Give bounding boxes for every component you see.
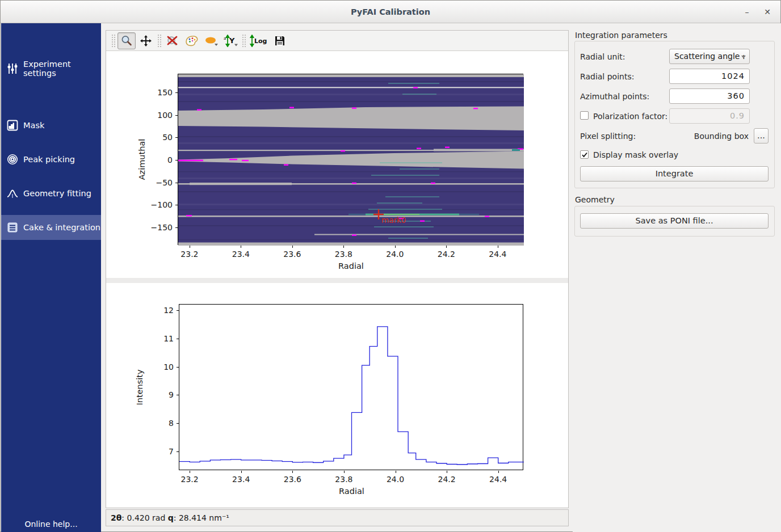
x-tickmark <box>190 246 190 248</box>
x-tick-label: 23.8 <box>335 250 352 259</box>
x-tickmark <box>396 471 396 473</box>
x-tick-label: 24.2 <box>438 475 456 484</box>
radial-unit-select[interactable]: Scattering angle : <box>669 49 750 64</box>
intensity-curve <box>179 327 524 465</box>
cake-heatmap-image: mark0 <box>178 74 524 246</box>
zoom-mode-button[interactable] <box>117 32 136 49</box>
plot-splitter[interactable] <box>106 278 568 283</box>
reset-zoom-button[interactable] <box>163 32 182 49</box>
toolbar-handle <box>111 34 115 48</box>
mask-ellipse-icon <box>204 35 219 47</box>
x-tickmark <box>447 471 447 473</box>
y-tickmark <box>175 137 178 138</box>
y-axis-icon: a Y <box>223 35 238 47</box>
polarization-checkbox[interactable] <box>580 111 589 120</box>
display-mask-checkbox[interactable] <box>580 150 589 159</box>
x-tick-label: 24.4 <box>489 250 506 259</box>
minimize-button[interactable]: – <box>738 4 755 20</box>
zoom-reset-icon <box>166 35 179 47</box>
y-tick-label: −150 <box>141 223 173 232</box>
y-tickmark <box>175 205 178 205</box>
y-tick-label: 9 <box>142 390 174 399</box>
y-tickmark <box>177 423 179 424</box>
x-axis-title: Radial <box>338 261 364 271</box>
sidebar: Experiment settings Mask Peak picking Ge… <box>1 23 101 532</box>
radial-points-input[interactable]: 1024 <box>669 69 750 84</box>
integrate-button[interactable]: Integrate <box>580 166 769 181</box>
pixel-splitting-more-button[interactable]: ... <box>754 128 769 143</box>
x-tick-label: 23.2 <box>180 250 198 259</box>
chevron-down-icon <box>741 56 746 58</box>
x-tick-label: 23.8 <box>335 475 352 484</box>
palette-icon <box>184 35 199 47</box>
q-value: : 28.414 nm⁻¹ <box>174 513 229 522</box>
x-tick-label: 24.2 <box>438 250 455 259</box>
y-axis-autoscale-button[interactable]: a Y <box>221 32 240 49</box>
y-tick-label: −100 <box>141 200 173 209</box>
x-tick-label: 24.0 <box>387 475 404 484</box>
toolbar-handle <box>157 34 161 48</box>
colormap-button[interactable] <box>183 32 201 49</box>
y-tickmark <box>175 115 178 116</box>
peak-curve-icon <box>6 187 19 200</box>
sidebar-item-label: Geometry fitting <box>23 189 91 198</box>
x-tick-label: 24.4 <box>489 475 507 484</box>
x-tickmark <box>498 471 499 473</box>
geometry-title: Geometry <box>575 195 615 204</box>
y-tickmark <box>177 395 179 395</box>
sidebar-item-peak-picking[interactable]: Peak picking <box>1 147 101 172</box>
sidebar-item-label: Mask <box>23 121 44 130</box>
y-tick-label: 12 <box>142 306 174 315</box>
mask-tools-button[interactable] <box>202 32 220 49</box>
cake-2d-plot[interactable]: mark0 23.223.423.623.824.024.224.4150100… <box>178 74 523 245</box>
azimuthal-points-label: Azimuthal points: <box>580 92 649 101</box>
log-scale-button[interactable]: Log <box>248 32 270 49</box>
sidebar-item-mask[interactable]: Mask <box>1 113 101 138</box>
window-title: PyFAI Calibration <box>1 1 780 23</box>
integration-panel: Integration parameters Radial unit: Scat… <box>573 23 781 532</box>
y-tickmark <box>175 183 178 183</box>
x-tick-label: 24.0 <box>386 250 404 259</box>
y-tick-label: 150 <box>141 88 173 97</box>
save-button[interactable] <box>271 32 289 49</box>
y-tickmark <box>175 227 178 228</box>
tth-value: : 0.420 rad <box>121 513 167 522</box>
pixel-splitting-value: Bounding box <box>692 132 749 141</box>
x-tickmark <box>498 246 498 248</box>
position-statusbar: 2θ: 0.420 rad q: 28.414 nm⁻¹ <box>106 509 569 526</box>
polarization-input: 0.9 <box>669 108 750 124</box>
y-tick-label: 100 <box>141 111 173 120</box>
azimuthal-points-input[interactable]: 360 <box>669 88 750 104</box>
x-tickmark <box>395 246 396 248</box>
titlebar: PyFAI Calibration – ✕ <box>1 1 780 23</box>
sidebar-item-label: Cake & integration <box>23 223 100 232</box>
intensity-1d-plot[interactable]: 23.223.423.623.824.024.224.4121110987Rad… <box>179 304 523 470</box>
svg-text:a: a <box>224 36 226 41</box>
log-scale-icon: Log <box>249 35 268 47</box>
sidebar-item-label: Experiment settings <box>23 60 101 78</box>
sidebar-item-cake-integration[interactable]: Cake & integration <box>1 215 101 240</box>
floppy-save-icon <box>274 35 286 47</box>
x-axis-title: Radial <box>339 487 364 496</box>
target-circles-icon <box>6 153 19 166</box>
close-button[interactable]: ✕ <box>759 4 776 20</box>
save-poni-button[interactable]: Save as PONI file... <box>580 213 769 229</box>
sidebar-item-label: Peak picking <box>23 155 75 164</box>
tth-label: 2θ <box>111 513 121 522</box>
pan-mode-button[interactable] <box>137 32 155 49</box>
y-tickmark <box>177 451 179 452</box>
y-tick-label: 10 <box>142 362 174 371</box>
plot-toolbar: a Y Log <box>106 31 568 51</box>
x-tickmark <box>190 471 190 473</box>
magnifier-icon <box>120 35 133 47</box>
y-tick-label: 8 <box>142 419 174 428</box>
svg-text:mark0: mark0 <box>381 216 406 225</box>
svg-text:Log: Log <box>254 37 267 45</box>
sidebar-item-experiment-settings[interactable]: Experiment settings <box>1 56 101 81</box>
integration-parameters-title: Integration parameters <box>575 31 667 40</box>
sidebar-item-geometry-fitting[interactable]: Geometry fitting <box>1 181 101 206</box>
online-help-link[interactable]: Online help... <box>1 520 101 529</box>
radial-points-label: Radial points: <box>580 72 634 81</box>
x-tickmark <box>241 471 242 473</box>
display-mask-label: Display mask overlay <box>593 150 678 159</box>
